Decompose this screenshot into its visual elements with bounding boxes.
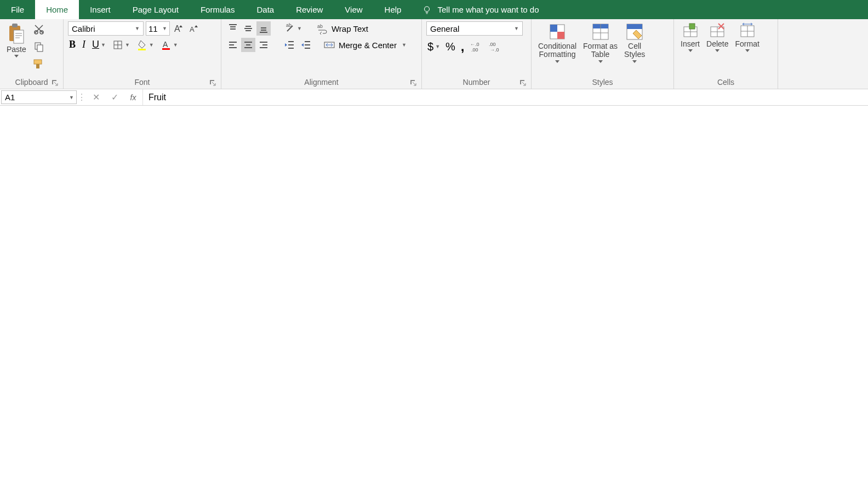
decrease-indent-button[interactable] xyxy=(283,38,297,52)
svg-text:ab: ab xyxy=(317,24,323,29)
align-top-button[interactable] xyxy=(226,21,240,36)
svg-rect-13 xyxy=(138,49,146,50)
group-font: Calibri▼ 11▼ A A B I U▼ ▼ ▼ A▼ Font xyxy=(64,19,221,89)
svg-rect-9 xyxy=(36,64,39,68)
fill-color-button[interactable]: ▼ xyxy=(135,38,155,51)
insert-cells-button[interactable]: Insert xyxy=(678,21,702,53)
tab-file[interactable]: File xyxy=(0,0,35,19)
svg-rect-7 xyxy=(37,45,43,51)
lightbulb-icon xyxy=(422,5,432,15)
group-styles: Conditional Formatting Format as Table C… xyxy=(532,19,674,89)
font-color-button[interactable]: A▼ xyxy=(159,38,179,51)
group-number-label: Number xyxy=(463,78,490,87)
wrap-text-button[interactable]: abWrap Text xyxy=(315,21,369,36)
svg-rect-24 xyxy=(550,25,557,32)
format-painter-button[interactable] xyxy=(32,58,46,71)
formula-bar-separator: ⋮ xyxy=(77,89,87,105)
decrease-decimal-button[interactable]: .00→.0 xyxy=(488,39,503,54)
svg-text:.00: .00 xyxy=(489,42,496,47)
align-right-button[interactable] xyxy=(256,38,271,52)
bold-button[interactable]: B xyxy=(68,38,77,51)
underline-button[interactable]: U▼ xyxy=(91,38,107,51)
paste-button[interactable]: Paste xyxy=(4,21,28,59)
format-as-table-button[interactable]: Format as Table xyxy=(581,21,620,64)
number-launcher[interactable] xyxy=(519,79,527,87)
percent-format-button[interactable]: % xyxy=(444,39,456,54)
align-middle-button[interactable] xyxy=(241,21,255,36)
ribbon-tab-strip: FileHomeInsertPage LayoutFormulasDataRev… xyxy=(0,0,868,19)
conditional-formatting-button[interactable]: Conditional Formatting xyxy=(536,21,579,64)
accounting-format-button[interactable]: $▼ xyxy=(426,39,441,54)
cut-button[interactable] xyxy=(32,22,46,36)
number-format-select[interactable]: General▼ xyxy=(426,21,523,36)
cancel-formula-button[interactable]: ✕ xyxy=(87,89,105,105)
tab-view[interactable]: View xyxy=(334,0,373,19)
align-bottom-button[interactable] xyxy=(256,21,271,36)
increase-decimal-button[interactable]: ←.0.00 xyxy=(469,39,484,54)
decrease-font-button[interactable]: A xyxy=(187,22,201,35)
svg-rect-15 xyxy=(162,48,170,50)
svg-text:.00: .00 xyxy=(471,47,478,53)
font-size-select[interactable]: 11▼ xyxy=(146,21,170,36)
group-clipboard: Paste Clipboard xyxy=(0,19,64,89)
name-box[interactable]: A1▼ xyxy=(1,90,77,104)
svg-text:A: A xyxy=(174,24,180,33)
tab-formulas[interactable]: Formulas xyxy=(190,0,246,19)
group-alignment-label: Alignment xyxy=(304,78,338,87)
font-launcher[interactable] xyxy=(209,79,216,87)
group-styles-label: Styles xyxy=(592,78,613,87)
formula-input[interactable]: Fruit xyxy=(142,89,868,105)
cell-styles-button[interactable]: Cell Styles xyxy=(622,21,647,64)
clipboard-launcher[interactable] xyxy=(51,79,59,87)
svg-rect-29 xyxy=(627,24,642,29)
group-cells-label: Cells xyxy=(717,78,734,87)
tab-home[interactable]: Home xyxy=(35,0,79,19)
svg-rect-8 xyxy=(34,60,42,64)
group-alignment: ab▼ abWrap Text Merge & Center▼ Alignmen… xyxy=(221,19,422,89)
accept-formula-button[interactable]: ✓ xyxy=(105,89,124,105)
align-center-button[interactable] xyxy=(241,38,255,52)
format-cells-button[interactable]: Format xyxy=(733,21,761,53)
tab-insert[interactable]: Insert xyxy=(79,0,122,19)
font-name-select[interactable]: Calibri▼ xyxy=(68,21,144,36)
align-left-button[interactable] xyxy=(226,38,240,52)
delete-cells-button[interactable]: Delete xyxy=(704,21,730,53)
orientation-button[interactable]: ab▼ xyxy=(283,21,303,36)
svg-rect-25 xyxy=(557,32,564,39)
ribbon: Paste Clipboard Calibri▼ 11▼ A A B I xyxy=(0,19,868,89)
comma-format-button[interactable]: , xyxy=(460,38,466,55)
svg-text:A: A xyxy=(190,25,195,33)
tab-data[interactable]: Data xyxy=(245,0,285,19)
svg-text:←.0: ←.0 xyxy=(470,42,479,47)
copy-button[interactable] xyxy=(32,40,46,53)
merge-center-button[interactable]: Merge & Center▼ xyxy=(322,38,408,52)
group-clipboard-label: Clipboard xyxy=(15,78,48,87)
paste-label: Paste xyxy=(7,45,26,54)
group-number: General▼ $▼ % , ←.0.00 .00→.0 Number xyxy=(422,19,532,89)
svg-text:→.0: →.0 xyxy=(490,47,499,53)
group-font-label: Font xyxy=(134,78,150,87)
svg-rect-31 xyxy=(689,24,695,29)
group-cells: Insert Delete Format Cells xyxy=(674,19,778,89)
tab-review[interactable]: Review xyxy=(285,0,334,19)
increase-font-button[interactable]: A xyxy=(172,22,185,35)
italic-button[interactable]: I xyxy=(81,38,87,51)
svg-text:ab: ab xyxy=(286,22,292,28)
svg-point-0 xyxy=(425,7,430,12)
alignment-launcher[interactable] xyxy=(409,79,417,87)
tell-me-search[interactable]: Tell me what you want to do xyxy=(412,0,549,19)
tab-help[interactable]: Help xyxy=(374,0,413,19)
svg-text:A: A xyxy=(163,40,168,49)
borders-button[interactable]: ▼ xyxy=(111,38,131,51)
svg-rect-3 xyxy=(14,30,24,43)
svg-rect-2 xyxy=(12,24,18,27)
tab-page-layout[interactable]: Page Layout xyxy=(122,0,190,19)
increase-indent-button[interactable] xyxy=(299,38,313,52)
formula-bar: A1▼ ⋮ ✕ ✓ fx Fruit xyxy=(0,89,868,106)
insert-function-button[interactable]: fx xyxy=(124,89,142,105)
